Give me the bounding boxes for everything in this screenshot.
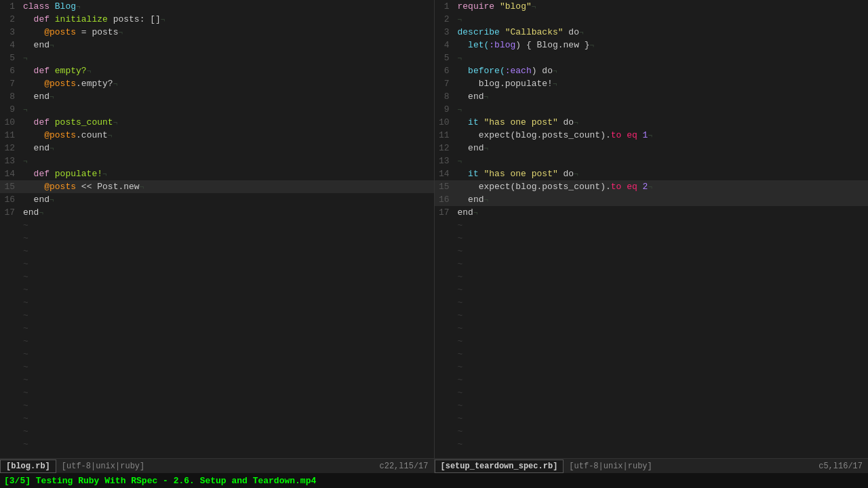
line-number: 14: [435, 167, 455, 180]
tilde-line: ~: [435, 373, 869, 386]
line-number: 10: [435, 116, 455, 129]
tilde-line: ~: [435, 232, 869, 245]
table-row: 3 @posts = posts¬: [0, 26, 434, 39]
line-code: end¬: [20, 90, 54, 104]
line-code: end¬: [455, 142, 489, 155]
table-row: 15 @posts << Post.new¬: [0, 180, 434, 193]
line-code: before(:each) do¬: [455, 64, 557, 78]
table-row: 6 before(:each) do¬: [435, 64, 869, 77]
left-status: [blog.rb] [utf-8|unix|ruby] c22,l15/17: [0, 459, 435, 473]
line-number: 17: [435, 206, 455, 219]
line-number: 11: [435, 129, 455, 142]
line-number: 16: [0, 193, 20, 206]
line-code: ¬: [455, 103, 462, 117]
table-row: 3describe "Callbacks" do¬: [435, 26, 869, 39]
line-number: 17: [0, 206, 20, 219]
line-number: 5: [435, 52, 455, 64]
left-position: c22,l15/17: [374, 460, 433, 472]
table-row: 4 end¬: [0, 39, 434, 52]
line-code: def empty?¬: [20, 64, 91, 78]
table-row: 10 it "has one post" do¬: [435, 116, 869, 129]
editor-area: 1class Blog¬2 def initialize posts: []¬3…: [0, 0, 868, 458]
tilde-line: ~: [435, 361, 869, 373]
line-code: it "has one post" do¬: [455, 116, 578, 129]
tilde-line: ~: [0, 296, 434, 309]
table-row: 10 def posts_count¬: [0, 116, 434, 129]
table-row: 17end¬: [0, 206, 434, 219]
line-number: 14: [0, 167, 20, 180]
tilde-line: ~: [0, 335, 434, 348]
line-code: require "blog"¬: [455, 0, 536, 14]
line-number: 9: [0, 103, 20, 116]
line-code: it "has one post" do¬: [455, 167, 578, 181]
table-row: 16 end¬: [435, 193, 869, 206]
line-code: def initialize posts: []¬: [20, 13, 165, 26]
line-number: 1: [0, 0, 20, 13]
status-bar: [blog.rb] [utf-8|unix|ruby] c22,l15/17 […: [0, 458, 868, 473]
line-number: 12: [0, 142, 20, 155]
tilde-line: ~: [435, 309, 869, 322]
tilde-line: ~: [0, 258, 434, 270]
left-info: [utf-8|unix|ruby]: [56, 460, 150, 472]
tilde-line: ~: [435, 335, 869, 348]
table-row: 4 let(:blog) { Blog.new }¬: [435, 39, 869, 52]
tilde-line: ~: [435, 219, 869, 232]
bottom-bar: [3/5] Testing Ruby With RSpec - 2.6. Set…: [0, 473, 868, 488]
line-code: ¬: [20, 103, 28, 117]
table-row: 11 expect(blog.posts_count).to eq 1¬: [435, 129, 869, 142]
line-code: ¬: [455, 13, 462, 26]
table-row: 12 end¬: [435, 142, 869, 155]
table-row: 14 def populate!¬: [0, 167, 434, 180]
table-row: 13¬: [0, 155, 434, 167]
right-position: c5,l16/17: [813, 460, 868, 472]
line-number: 7: [435, 77, 455, 90]
line-number: 13: [0, 155, 20, 167]
line-code: end¬: [455, 90, 489, 104]
table-row: 13¬: [435, 155, 869, 167]
tilde-line: ~: [0, 245, 434, 258]
tilde-line: ~: [0, 270, 434, 283]
tilde-line: ~: [435, 296, 869, 309]
right-filename: [setup_teardown_spec.rb]: [435, 460, 564, 473]
line-number: 2: [435, 13, 455, 26]
line-code: ¬: [455, 155, 462, 168]
table-row: 9¬: [435, 103, 869, 116]
table-row: 8 end¬: [435, 90, 869, 103]
line-code: blog.populate!¬: [455, 77, 557, 91]
table-row: 12 end¬: [0, 142, 434, 155]
tilde-line: ~: [0, 361, 434, 373]
tilde-line: ~: [435, 258, 869, 270]
bottom-text: [3/5] Testing Ruby With RSpec - 2.6. Set…: [4, 476, 316, 486]
tilde-line: ~: [0, 438, 434, 451]
right-status: [setup_teardown_spec.rb] [utf-8|unix|rub…: [435, 459, 869, 473]
table-row: 7 blog.populate!¬: [435, 77, 869, 90]
line-code: @posts.count¬: [20, 129, 112, 142]
right-code: 1require "blog"¬2¬3describe "Callbacks" …: [435, 0, 869, 458]
line-number: 16: [435, 193, 455, 206]
line-number: 6: [435, 64, 455, 77]
table-row: 2 def initialize posts: []¬: [0, 13, 434, 26]
line-number: 6: [0, 64, 20, 77]
line-code: end¬: [20, 193, 54, 207]
line-number: 5: [0, 52, 20, 64]
table-row: 15 expect(blog.posts_count).to eq 2¬: [435, 180, 869, 193]
line-number: 15: [0, 180, 20, 193]
tilde-line: ~: [0, 283, 434, 296]
line-number: 11: [0, 129, 20, 142]
tilde-line: ~: [435, 386, 869, 399]
left-code: 1class Blog¬2 def initialize posts: []¬3…: [0, 0, 434, 458]
tilde-line: ~: [0, 232, 434, 245]
line-code: end¬: [455, 193, 489, 207]
line-number: 12: [435, 142, 455, 155]
line-code: @posts.empty?¬: [20, 77, 117, 91]
table-row: 6 def empty?¬: [0, 64, 434, 77]
line-code: ¬: [20, 52, 28, 65]
tilde-line: ~: [435, 270, 869, 283]
line-number: 10: [0, 116, 20, 129]
left-pane[interactable]: 1class Blog¬2 def initialize posts: []¬3…: [0, 0, 435, 458]
tilde-line: ~: [0, 309, 434, 322]
table-row: 7 @posts.empty?¬: [0, 77, 434, 90]
table-row: 9¬: [0, 103, 434, 116]
left-filename: [blog.rb]: [0, 460, 56, 473]
right-pane[interactable]: 1require "blog"¬2¬3describe "Callbacks" …: [435, 0, 869, 458]
